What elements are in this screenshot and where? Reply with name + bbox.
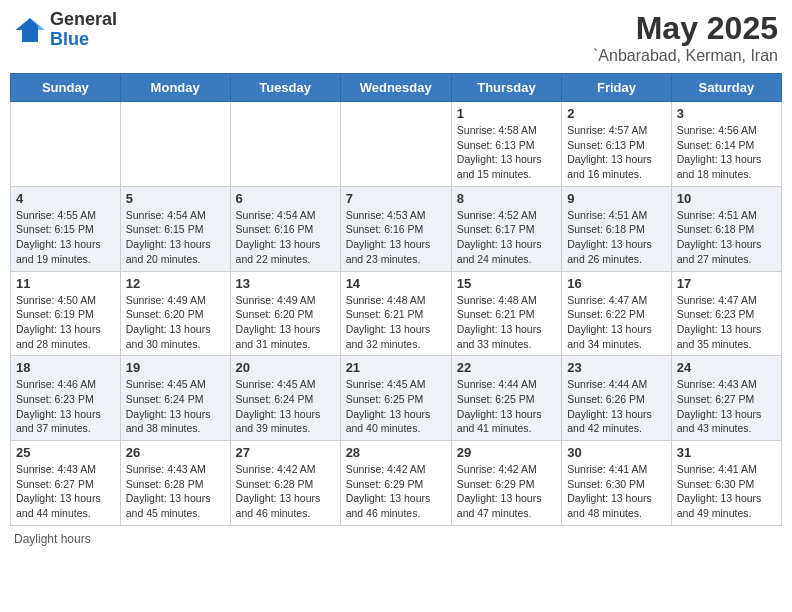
day-number: 25 xyxy=(16,445,115,460)
day-number: 28 xyxy=(346,445,446,460)
calendar-cell: 9Sunrise: 4:51 AM Sunset: 6:18 PM Daylig… xyxy=(562,186,672,271)
day-number: 12 xyxy=(126,276,225,291)
weekday-header-wednesday: Wednesday xyxy=(340,74,451,102)
weekday-header-monday: Monday xyxy=(120,74,230,102)
day-number: 23 xyxy=(567,360,666,375)
calendar-week-1: 1Sunrise: 4:58 AM Sunset: 6:13 PM Daylig… xyxy=(11,102,782,187)
day-info: Sunrise: 4:51 AM Sunset: 6:18 PM Dayligh… xyxy=(677,208,776,267)
day-info: Sunrise: 4:49 AM Sunset: 6:20 PM Dayligh… xyxy=(236,293,335,352)
day-number: 6 xyxy=(236,191,335,206)
calendar-cell: 29Sunrise: 4:42 AM Sunset: 6:29 PM Dayli… xyxy=(451,441,561,526)
day-info: Sunrise: 4:43 AM Sunset: 6:28 PM Dayligh… xyxy=(126,462,225,521)
weekday-header-tuesday: Tuesday xyxy=(230,74,340,102)
weekday-header-sunday: Sunday xyxy=(11,74,121,102)
day-number: 15 xyxy=(457,276,556,291)
day-number: 22 xyxy=(457,360,556,375)
day-number: 4 xyxy=(16,191,115,206)
calendar-cell: 22Sunrise: 4:44 AM Sunset: 6:25 PM Dayli… xyxy=(451,356,561,441)
day-info: Sunrise: 4:43 AM Sunset: 6:27 PM Dayligh… xyxy=(16,462,115,521)
day-number: 7 xyxy=(346,191,446,206)
day-info: Sunrise: 4:42 AM Sunset: 6:29 PM Dayligh… xyxy=(346,462,446,521)
calendar-cell: 30Sunrise: 4:41 AM Sunset: 6:30 PM Dayli… xyxy=(562,441,672,526)
calendar-cell: 7Sunrise: 4:53 AM Sunset: 6:16 PM Daylig… xyxy=(340,186,451,271)
day-info: Sunrise: 4:48 AM Sunset: 6:21 PM Dayligh… xyxy=(346,293,446,352)
day-number: 8 xyxy=(457,191,556,206)
calendar-cell: 27Sunrise: 4:42 AM Sunset: 6:28 PM Dayli… xyxy=(230,441,340,526)
day-number: 13 xyxy=(236,276,335,291)
logo-blue-text: Blue xyxy=(50,29,89,49)
calendar-cell: 25Sunrise: 4:43 AM Sunset: 6:27 PM Dayli… xyxy=(11,441,121,526)
calendar-week-3: 11Sunrise: 4:50 AM Sunset: 6:19 PM Dayli… xyxy=(11,271,782,356)
logo: General Blue xyxy=(14,10,117,50)
calendar-week-5: 25Sunrise: 4:43 AM Sunset: 6:27 PM Dayli… xyxy=(11,441,782,526)
calendar-cell: 31Sunrise: 4:41 AM Sunset: 6:30 PM Dayli… xyxy=(671,441,781,526)
day-number: 9 xyxy=(567,191,666,206)
day-info: Sunrise: 4:51 AM Sunset: 6:18 PM Dayligh… xyxy=(567,208,666,267)
title-block: May 2025 `Anbarabad, Kerman, Iran xyxy=(593,10,778,65)
calendar-cell: 12Sunrise: 4:49 AM Sunset: 6:20 PM Dayli… xyxy=(120,271,230,356)
day-info: Sunrise: 4:48 AM Sunset: 6:21 PM Dayligh… xyxy=(457,293,556,352)
calendar-cell: 28Sunrise: 4:42 AM Sunset: 6:29 PM Dayli… xyxy=(340,441,451,526)
logo-general-text: General xyxy=(50,9,117,29)
weekday-header-friday: Friday xyxy=(562,74,672,102)
footer: Daylight hours xyxy=(10,532,782,546)
day-number: 24 xyxy=(677,360,776,375)
day-info: Sunrise: 4:56 AM Sunset: 6:14 PM Dayligh… xyxy=(677,123,776,182)
calendar-table: SundayMondayTuesdayWednesdayThursdayFrid… xyxy=(10,73,782,526)
day-info: Sunrise: 4:58 AM Sunset: 6:13 PM Dayligh… xyxy=(457,123,556,182)
day-number: 26 xyxy=(126,445,225,460)
calendar-cell xyxy=(230,102,340,187)
location: `Anbarabad, Kerman, Iran xyxy=(593,47,778,65)
calendar-cell: 5Sunrise: 4:54 AM Sunset: 6:15 PM Daylig… xyxy=(120,186,230,271)
calendar-cell xyxy=(11,102,121,187)
calendar-cell: 19Sunrise: 4:45 AM Sunset: 6:24 PM Dayli… xyxy=(120,356,230,441)
calendar-cell: 10Sunrise: 4:51 AM Sunset: 6:18 PM Dayli… xyxy=(671,186,781,271)
calendar-cell: 15Sunrise: 4:48 AM Sunset: 6:21 PM Dayli… xyxy=(451,271,561,356)
calendar-cell: 1Sunrise: 4:58 AM Sunset: 6:13 PM Daylig… xyxy=(451,102,561,187)
day-info: Sunrise: 4:42 AM Sunset: 6:29 PM Dayligh… xyxy=(457,462,556,521)
day-number: 31 xyxy=(677,445,776,460)
day-number: 18 xyxy=(16,360,115,375)
day-number: 29 xyxy=(457,445,556,460)
day-info: Sunrise: 4:45 AM Sunset: 6:25 PM Dayligh… xyxy=(346,377,446,436)
day-number: 5 xyxy=(126,191,225,206)
day-number: 2 xyxy=(567,106,666,121)
day-info: Sunrise: 4:52 AM Sunset: 6:17 PM Dayligh… xyxy=(457,208,556,267)
day-number: 19 xyxy=(126,360,225,375)
calendar-week-4: 18Sunrise: 4:46 AM Sunset: 6:23 PM Dayli… xyxy=(11,356,782,441)
weekday-header-row: SundayMondayTuesdayWednesdayThursdayFrid… xyxy=(11,74,782,102)
calendar-cell: 3Sunrise: 4:56 AM Sunset: 6:14 PM Daylig… xyxy=(671,102,781,187)
month-year: May 2025 xyxy=(593,10,778,47)
day-number: 20 xyxy=(236,360,335,375)
page-header: General Blue May 2025 `Anbarabad, Kerman… xyxy=(10,10,782,65)
day-number: 10 xyxy=(677,191,776,206)
day-number: 27 xyxy=(236,445,335,460)
calendar-cell: 11Sunrise: 4:50 AM Sunset: 6:19 PM Dayli… xyxy=(11,271,121,356)
calendar-cell: 24Sunrise: 4:43 AM Sunset: 6:27 PM Dayli… xyxy=(671,356,781,441)
logo-icon xyxy=(14,14,46,46)
day-info: Sunrise: 4:49 AM Sunset: 6:20 PM Dayligh… xyxy=(126,293,225,352)
day-info: Sunrise: 4:46 AM Sunset: 6:23 PM Dayligh… xyxy=(16,377,115,436)
day-info: Sunrise: 4:47 AM Sunset: 6:22 PM Dayligh… xyxy=(567,293,666,352)
calendar-cell: 14Sunrise: 4:48 AM Sunset: 6:21 PM Dayli… xyxy=(340,271,451,356)
day-info: Sunrise: 4:42 AM Sunset: 6:28 PM Dayligh… xyxy=(236,462,335,521)
daylight-label: Daylight hours xyxy=(14,532,91,546)
day-info: Sunrise: 4:47 AM Sunset: 6:23 PM Dayligh… xyxy=(677,293,776,352)
calendar-cell: 4Sunrise: 4:55 AM Sunset: 6:15 PM Daylig… xyxy=(11,186,121,271)
day-number: 14 xyxy=(346,276,446,291)
calendar-cell xyxy=(340,102,451,187)
calendar-cell: 26Sunrise: 4:43 AM Sunset: 6:28 PM Dayli… xyxy=(120,441,230,526)
day-info: Sunrise: 4:45 AM Sunset: 6:24 PM Dayligh… xyxy=(236,377,335,436)
day-info: Sunrise: 4:43 AM Sunset: 6:27 PM Dayligh… xyxy=(677,377,776,436)
day-number: 11 xyxy=(16,276,115,291)
day-number: 1 xyxy=(457,106,556,121)
day-info: Sunrise: 4:54 AM Sunset: 6:15 PM Dayligh… xyxy=(126,208,225,267)
calendar-cell: 8Sunrise: 4:52 AM Sunset: 6:17 PM Daylig… xyxy=(451,186,561,271)
calendar-cell: 20Sunrise: 4:45 AM Sunset: 6:24 PM Dayli… xyxy=(230,356,340,441)
calendar-cell: 17Sunrise: 4:47 AM Sunset: 6:23 PM Dayli… xyxy=(671,271,781,356)
calendar-cell: 16Sunrise: 4:47 AM Sunset: 6:22 PM Dayli… xyxy=(562,271,672,356)
calendar-week-2: 4Sunrise: 4:55 AM Sunset: 6:15 PM Daylig… xyxy=(11,186,782,271)
day-number: 3 xyxy=(677,106,776,121)
calendar-cell: 23Sunrise: 4:44 AM Sunset: 6:26 PM Dayli… xyxy=(562,356,672,441)
day-info: Sunrise: 4:50 AM Sunset: 6:19 PM Dayligh… xyxy=(16,293,115,352)
